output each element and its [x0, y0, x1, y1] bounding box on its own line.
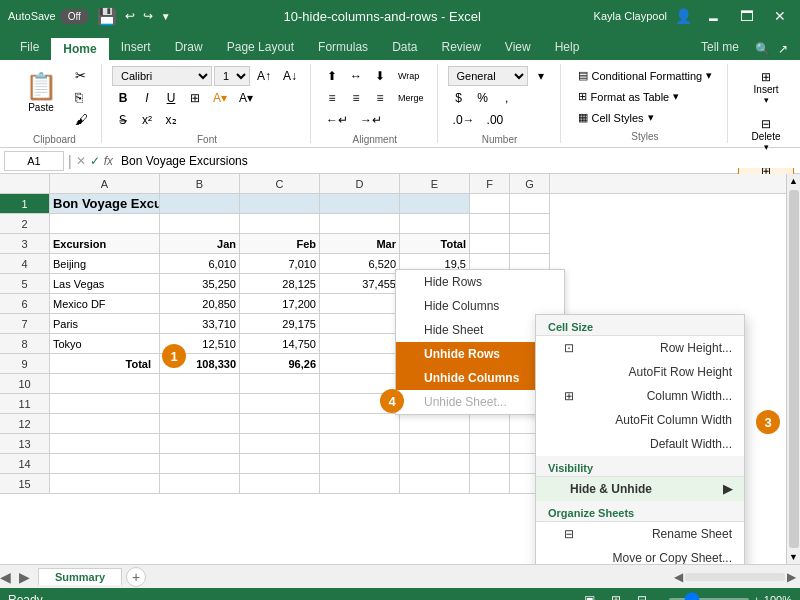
paste-button[interactable]: 📋 Paste [16, 66, 66, 118]
autosave-toggle[interactable]: Off [60, 9, 89, 24]
col-header-d[interactable]: D [320, 174, 400, 193]
number-format-select[interactable]: General [448, 66, 528, 86]
font-family-select[interactable]: Calibri [112, 66, 212, 86]
currency-button[interactable]: $ [448, 88, 470, 108]
top-align-button[interactable]: ⬆ [321, 66, 343, 86]
cell-d4[interactable]: 6,520 [320, 254, 400, 274]
format-painter-button[interactable]: 🖌 [70, 110, 93, 130]
cell-c9[interactable]: 96,26 [240, 354, 320, 374]
cell-b7[interactable]: 33,710 [160, 314, 240, 334]
cell-c13[interactable] [240, 434, 320, 454]
cell-d13[interactable] [320, 434, 400, 454]
cell-b11[interactable] [160, 394, 240, 414]
cell-f14[interactable] [470, 454, 510, 474]
format-as-table-button[interactable]: ⊞ Format as Table ▾ [571, 87, 720, 106]
bold-button[interactable]: B [112, 88, 134, 108]
hide-rows-item[interactable]: Hide Rows [396, 270, 564, 294]
cell-a10[interactable] [50, 374, 160, 394]
cell-c6[interactable]: 17,200 [240, 294, 320, 314]
default-width-item[interactable]: Default Width... [536, 432, 744, 456]
cell-b12[interactable] [160, 414, 240, 434]
cell-b15[interactable] [160, 474, 240, 494]
row-header-5[interactable]: 5 [0, 274, 50, 294]
wrap-text-button[interactable]: Wrap [393, 66, 424, 86]
cell-a3[interactable]: Excursion [50, 234, 160, 254]
cell-b3[interactable]: Jan [160, 234, 240, 254]
border-button[interactable]: ⊞ [184, 88, 206, 108]
cell-f15[interactable] [470, 474, 510, 494]
cell-d6[interactable] [320, 294, 400, 314]
cell-g1[interactable] [510, 194, 550, 214]
share-ribbon-icon[interactable]: ↗ [774, 38, 792, 60]
col-header-c[interactable]: C [240, 174, 320, 193]
cut-button[interactable]: ✂ [70, 66, 93, 86]
cell-e1[interactable] [400, 194, 470, 214]
close-button[interactable]: ✕ [768, 6, 792, 26]
cell-c12[interactable] [240, 414, 320, 434]
cell-e13[interactable] [400, 434, 470, 454]
tab-page-layout[interactable]: Page Layout [215, 36, 306, 60]
indent-decrease-button[interactable]: ←↵ [321, 110, 353, 130]
font-color-button[interactable]: A▾ [234, 88, 258, 108]
cell-a8[interactable]: Tokyo [50, 334, 160, 354]
subscript-button[interactable]: x₂ [160, 110, 182, 130]
cell-a13[interactable] [50, 434, 160, 454]
maximize-button[interactable]: 🗖 [734, 6, 760, 26]
increase-font-button[interactable]: A↑ [252, 66, 276, 86]
save-icon[interactable]: 💾 [97, 7, 117, 26]
cell-c4[interactable]: 7,010 [240, 254, 320, 274]
minimize-button[interactable]: 🗕 [700, 6, 726, 26]
row-header-8[interactable]: 8 [0, 334, 50, 354]
customize-icon[interactable]: ▼ [161, 11, 171, 22]
add-sheet-button[interactable]: + [126, 567, 146, 587]
zoom-in-icon[interactable]: + [753, 594, 759, 600]
cell-f1[interactable] [470, 194, 510, 214]
cell-e3[interactable]: Total [400, 234, 470, 254]
cell-b4[interactable]: 6,010 [160, 254, 240, 274]
conditional-formatting-button[interactable]: ▤ Conditional Formatting ▾ [571, 66, 720, 85]
zoom-out-icon[interactable]: − [659, 594, 665, 600]
tab-insert[interactable]: Insert [109, 36, 163, 60]
cell-b6[interactable]: 20,850 [160, 294, 240, 314]
increase-decimal-button[interactable]: .00 [482, 110, 509, 130]
sheet-tab-next[interactable]: ▶ [19, 569, 30, 585]
cell-c3[interactable]: Feb [240, 234, 320, 254]
percent-button[interactable]: % [472, 88, 494, 108]
vertical-scrollbar[interactable]: ▲ ▼ [786, 174, 800, 564]
cancel-icon[interactable]: ✕ [76, 154, 86, 168]
font-size-select[interactable]: 14 [214, 66, 250, 86]
col-header-f[interactable]: F [470, 174, 510, 193]
tab-tell-me[interactable]: Tell me [689, 36, 751, 60]
cell-a6[interactable]: Mexico DF [50, 294, 160, 314]
col-header-b[interactable]: B [160, 174, 240, 193]
cell-d12[interactable] [320, 414, 400, 434]
cell-b5[interactable]: 35,250 [160, 274, 240, 294]
cell-e12[interactable] [400, 414, 470, 434]
sheet-tab-summary[interactable]: Summary [38, 568, 122, 585]
cell-f3[interactable] [470, 234, 510, 254]
undo-icon[interactable]: ↩ [125, 9, 135, 23]
cell-a7[interactable]: Paris [50, 314, 160, 334]
col-header-a[interactable]: A [50, 174, 160, 193]
cell-a5[interactable]: Las Vegas [50, 274, 160, 294]
cell-f12[interactable] [470, 414, 510, 434]
right-align-button[interactable]: ≡ [369, 88, 391, 108]
cell-reference-input[interactable] [4, 151, 64, 171]
row-header-7[interactable]: 7 [0, 314, 50, 334]
cell-a2[interactable] [50, 214, 160, 234]
cell-f2[interactable] [470, 214, 510, 234]
cell-b2[interactable] [160, 214, 240, 234]
row-header-6[interactable]: 6 [0, 294, 50, 314]
cell-e15[interactable] [400, 474, 470, 494]
cell-b10[interactable] [160, 374, 240, 394]
delete-button[interactable]: ⊟ Delete ▾ [738, 113, 794, 156]
cell-d1[interactable] [320, 194, 400, 214]
cell-c11[interactable] [240, 394, 320, 414]
horizontal-scrollbar[interactable] [685, 573, 785, 581]
page-layout-view-button[interactable]: ⊞ [607, 591, 625, 600]
cell-d7[interactable] [320, 314, 400, 334]
cell-e14[interactable] [400, 454, 470, 474]
indent-increase-button[interactable]: →↵ [355, 110, 387, 130]
cell-c2[interactable] [240, 214, 320, 234]
autofit-row-item[interactable]: AutoFit Row Height [536, 360, 744, 384]
